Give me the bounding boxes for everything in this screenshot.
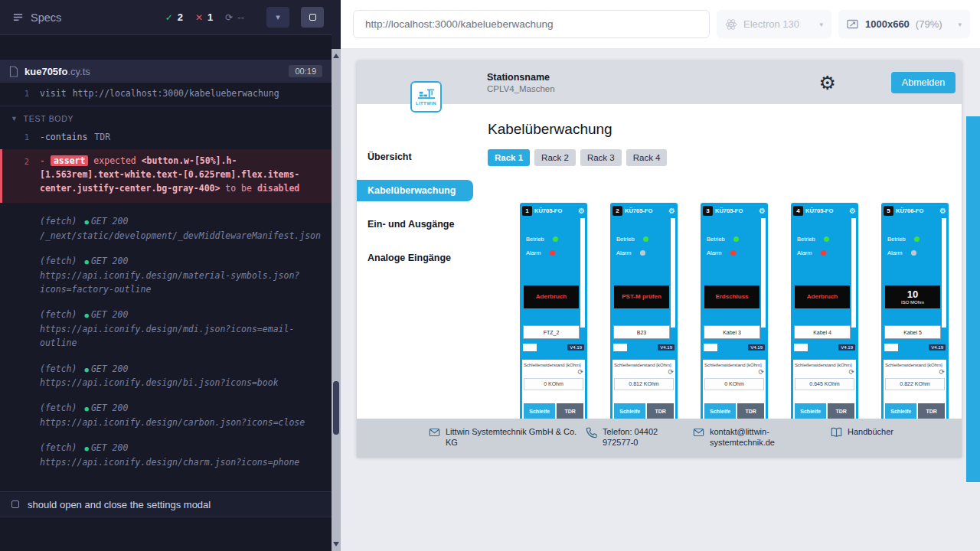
refresh-icon[interactable]: ⟳	[704, 369, 764, 376]
slot-number: 4	[793, 206, 803, 216]
betrieb-label: Betrieb	[616, 236, 635, 243]
status-display: Erdschluss	[704, 285, 760, 308]
viewport-select[interactable]: 1000x660 (79%) ▾	[838, 10, 970, 38]
schleife-button[interactable]: Schleife	[524, 403, 555, 419]
mini-indicator	[794, 344, 808, 351]
status-display: 10 ISO MOhm	[885, 285, 940, 308]
scroll-down-arrow[interactable]	[333, 542, 339, 546]
card-side-strip	[761, 218, 766, 328]
app-body: Übersicht Kabelüberwachung Ein- und Ausg…	[357, 104, 962, 458]
tab-rack-2[interactable]: Rack 2	[534, 149, 576, 166]
schleife-button[interactable]: Schleife	[704, 403, 736, 419]
schleife-button[interactable]: Schleife	[885, 403, 916, 419]
page-title: Kabelüberwachung	[488, 121, 962, 138]
refresh-icon[interactable]: ⟳	[795, 369, 854, 376]
sidebar-item-kabelueberwachung[interactable]: Kabelüberwachung	[357, 180, 473, 201]
fetch-log[interactable]: (fetch)●GET 200 https://api.iconify.desi…	[0, 308, 332, 350]
scroll-up-arrow[interactable]	[333, 54, 339, 58]
tdr-button[interactable]: TDR	[828, 403, 854, 419]
sidebar-item-uebersicht[interactable]: Übersicht	[357, 146, 473, 168]
card-gear-icon[interactable]: ⚙	[759, 207, 766, 215]
chevron-down-icon: ▼	[11, 115, 18, 122]
alarm-led	[911, 250, 916, 256]
specs-menu-icon	[12, 11, 24, 23]
book-icon	[831, 427, 842, 438]
check-icon: ✓	[165, 12, 173, 23]
tdr-button[interactable]: TDR	[557, 403, 583, 419]
settings-gear-icon[interactable]: ⚙	[819, 73, 836, 93]
device-model: KÜ705-FO	[715, 207, 743, 214]
email-icon	[429, 427, 440, 438]
schleife-button[interactable]: Schleife	[795, 403, 826, 419]
device-model: KÜ705-FO	[625, 207, 652, 214]
cable-name: Kabel 4	[794, 325, 851, 339]
card-gear-icon[interactable]: ⚙	[849, 207, 856, 215]
tdr-button[interactable]: TDR	[737, 403, 764, 419]
littwin-logo: LITTWIN	[410, 81, 442, 112]
status-dot: ●	[84, 405, 88, 412]
tdr-button[interactable]: TDR	[647, 403, 674, 419]
schleife-button[interactable]: Schleife	[614, 403, 645, 419]
spec-title-bar[interactable]: kue705fo.cy.ts 00:19	[0, 60, 332, 83]
collapsed-test[interactable]: should open and close the settings modal	[0, 491, 332, 517]
stat-pending: ⟳--	[225, 11, 244, 23]
electron-icon	[725, 18, 737, 31]
card-gear-icon[interactable]: ⚙	[939, 207, 946, 215]
device-card: 3 KÜ705-FO ⚙ Betrieb Alarm Erdschluss Ka…	[701, 203, 768, 432]
card-side-strip	[671, 218, 675, 328]
fetch-log[interactable]: (fetch)●GET 200 /_next/static/developmen…	[0, 214, 332, 243]
test-body-section[interactable]: ▼ TEST BODY	[0, 106, 332, 129]
chevron-down-icon: ▾	[276, 12, 280, 22]
slot-number: 5	[884, 206, 893, 216]
card-gear-icon[interactable]: ⚙	[578, 207, 585, 215]
cable-name: B23	[613, 325, 670, 339]
fetch-log[interactable]: (fetch)●GET 200 https://api.iconify.desi…	[0, 441, 332, 469]
scrollbar-thumb[interactable]	[333, 381, 339, 435]
stop-button[interactable]	[301, 7, 324, 28]
tdr-button[interactable]: TDR	[918, 403, 945, 419]
betrieb-led	[733, 236, 739, 242]
reporter-scrollbar[interactable]	[332, 0, 341, 551]
tab-rack-1[interactable]: Rack 1	[488, 149, 530, 166]
fetch-log[interactable]: (fetch)●GET 200 https://api.iconify.desi…	[0, 362, 332, 390]
card-gear-icon[interactable]: ⚙	[668, 207, 675, 215]
specs-button[interactable]: Specs	[12, 11, 61, 24]
betrieb-label: Betrieb	[526, 236, 544, 243]
alarm-label: Alarm	[616, 249, 632, 256]
rack-tabs: Rack 1 Rack 2 Rack 3 Rack 4	[488, 149, 962, 166]
command-visit[interactable]: 1 visithttp://localhost:3000/kabelueberw…	[0, 83, 332, 106]
footer-email[interactable]: kontakt@littwin-systemtechnik.de	[693, 426, 823, 448]
refresh-icon[interactable]: ⟳	[885, 369, 945, 376]
app-footer: Littwin Systemtechnik GmbH & Co. KG Tele…	[357, 419, 962, 458]
betrieb-led	[824, 236, 829, 242]
fetch-log[interactable]: (fetch)●GET 200 https://api.iconify.desi…	[0, 254, 332, 296]
footer-company: Littwin Systemtechnik GmbH & Co. KG	[429, 426, 578, 448]
spec-name: kue705fo.cy.ts	[24, 66, 90, 77]
tab-rack-4[interactable]: Rack 4	[626, 149, 668, 166]
collapse-button[interactable]: ▾	[266, 7, 289, 28]
card-side-strip	[942, 218, 946, 328]
device-model: KÜ706-FO	[896, 207, 923, 214]
footer-manuals-link[interactable]: Handbücher	[831, 426, 962, 438]
visit-url: http://localhost:3000/kabelueberwachung	[73, 88, 279, 99]
alarm-label: Alarm	[797, 249, 812, 256]
fetch-log[interactable]: (fetch)●GET 200 https://api.iconify.desi…	[0, 401, 332, 429]
logout-button[interactable]: Abmelden	[891, 72, 956, 93]
sidebar-item-ein-und-ausgaenge[interactable]: Ein- und Ausgänge	[357, 214, 473, 235]
specs-label: Specs	[31, 11, 61, 24]
command-contains[interactable]: 1 -containsTDR	[0, 129, 332, 145]
command-assert-failed[interactable]: 2 - assert expected <button.w-[50%].h-[1…	[0, 149, 332, 203]
card-side-strip	[580, 218, 585, 328]
tab-rack-3[interactable]: Rack 3	[580, 149, 622, 166]
measurement-label: Schleifenwiderstand [kOhm]	[885, 363, 945, 368]
refresh-icon[interactable]: ⟳	[614, 369, 674, 376]
chevron-down-icon: ▾	[819, 21, 823, 28]
mini-indicator	[523, 344, 537, 351]
blue-accent-strip	[966, 116, 980, 482]
test-stats: ✓2 ✕1 ⟳--	[165, 11, 244, 23]
url-input[interactable]: http://localhost:3000/kabelueberwachung	[353, 10, 710, 38]
browser-select[interactable]: Electron 130 ▾	[717, 10, 831, 38]
file-icon	[9, 66, 18, 77]
sidebar-item-analoge-eingaenge[interactable]: Analoge Eingänge	[357, 247, 473, 269]
refresh-icon[interactable]: ⟳	[524, 369, 583, 376]
